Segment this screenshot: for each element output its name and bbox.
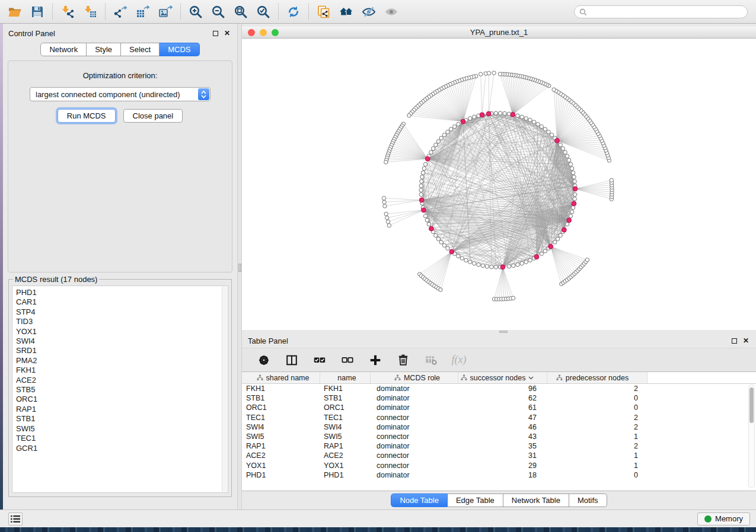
- cell-predecessor_nodes[interactable]: 2: [547, 423, 647, 431]
- cell-mcds_role[interactable]: connector: [371, 414, 458, 422]
- cell-name[interactable]: STB1: [320, 394, 371, 402]
- graph-node[interactable]: [543, 249, 547, 253]
- cell-predecessor_nodes[interactable]: 1: [547, 462, 647, 470]
- mcds-result-item[interactable]: STB1: [16, 414, 228, 424]
- graph-node[interactable]: [553, 241, 557, 244]
- cell-successor_nodes[interactable]: 47: [458, 414, 547, 422]
- cell-mcds_role[interactable]: connector: [371, 451, 458, 460]
- graph-node[interactable]: [561, 147, 564, 150]
- graph-node[interactable]: [543, 127, 547, 131]
- delete-table-button[interactable]: [423, 352, 439, 368]
- cell-name[interactable]: RAP1: [320, 442, 371, 450]
- mcds-result-item[interactable]: SWI5: [16, 424, 228, 434]
- graph-node[interactable]: [532, 120, 536, 124]
- graph-node[interactable]: [571, 206, 575, 209]
- close-panel-icon[interactable]: ✕: [743, 338, 749, 344]
- graph-node[interactable]: [520, 261, 524, 265]
- mcds-result-item[interactable]: PHD1: [16, 288, 228, 297]
- graph-node[interactable]: [442, 133, 446, 137]
- graph-node[interactable]: [559, 233, 562, 237]
- graph-node[interactable]: [487, 71, 490, 75]
- graph-node[interactable]: [566, 222, 569, 226]
- cell-name[interactable]: YOX1: [320, 462, 371, 470]
- cell-shared_name[interactable]: TEC1: [242, 414, 320, 422]
- tab-style[interactable]: Style: [87, 43, 121, 56]
- cell-successor_nodes[interactable]: 96: [458, 384, 547, 393]
- graph-node[interactable]: [431, 147, 435, 150]
- graph-node[interactable]: [494, 265, 497, 269]
- zoom-selected-button[interactable]: [254, 3, 272, 21]
- table-row[interactable]: RAP1RAP1dominator352: [242, 441, 756, 451]
- table-row[interactable]: SWI5SWI5connector431: [242, 432, 756, 441]
- mcds-hub-node[interactable]: [555, 139, 560, 143]
- cell-name[interactable]: ORC1: [320, 403, 371, 412]
- tab-edge-table[interactable]: Edge Table: [448, 493, 503, 507]
- graph-node[interactable]: [460, 257, 464, 260]
- export-network-button[interactable]: [111, 3, 129, 21]
- cell-mcds_role[interactable]: dominator: [371, 471, 458, 479]
- graph-node[interactable]: [570, 166, 574, 170]
- mcds-hub-node[interactable]: [573, 187, 578, 191]
- tab-node-table[interactable]: Node Table: [391, 493, 448, 507]
- graph-node[interactable]: [512, 264, 515, 267]
- graph-node[interactable]: [559, 143, 562, 146]
- graph-node[interactable]: [585, 258, 589, 261]
- table-scrollbar-thumb[interactable]: [749, 387, 754, 423]
- mcds-result-item[interactable]: TID3: [16, 317, 228, 326]
- graph-node[interactable]: [567, 158, 571, 162]
- graph-node[interactable]: [485, 265, 489, 268]
- graph-node[interactable]: [439, 288, 442, 291]
- cell-shared_name[interactable]: PHD1: [242, 471, 320, 479]
- graph-node[interactable]: [464, 258, 468, 262]
- cell-mcds_role[interactable]: connector: [371, 432, 458, 441]
- deselect-all-button[interactable]: [340, 352, 355, 368]
- graph-node[interactable]: [516, 263, 519, 267]
- graph-node[interactable]: [419, 188, 423, 192]
- export-table-button[interactable]: [134, 3, 152, 21]
- mcds-result-item[interactable]: ORC1: [16, 395, 228, 404]
- table-row[interactable]: FKH1FKH1dominator962: [242, 384, 756, 393]
- cell-shared_name[interactable]: FKH1: [242, 384, 320, 393]
- graph-node[interactable]: [507, 265, 511, 268]
- graph-node[interactable]: [384, 161, 388, 164]
- cell-predecessor_nodes[interactable]: 2: [547, 442, 647, 450]
- graph-node[interactable]: [457, 254, 460, 258]
- zoom-fit-button[interactable]: [232, 3, 250, 21]
- mcds-hub-node[interactable]: [562, 227, 567, 232]
- window-close-icon[interactable]: [248, 29, 255, 36]
- mcds-result-item[interactable]: CAR1: [16, 297, 228, 307]
- graph-node[interactable]: [383, 204, 387, 208]
- splitter-grip[interactable]: [499, 331, 508, 333]
- float-panel-icon[interactable]: [213, 31, 218, 36]
- copy-network-button[interactable]: [315, 3, 333, 21]
- graph-node[interactable]: [550, 133, 553, 137]
- open-file-button[interactable]: [6, 3, 24, 21]
- graph-node[interactable]: [449, 127, 452, 131]
- mcds-result-item[interactable]: SWI4: [16, 336, 228, 346]
- table-row[interactable]: ACE2ACE2connector311: [242, 451, 756, 460]
- cell-mcds_role[interactable]: dominator: [371, 442, 458, 450]
- mcds-hub-node[interactable]: [480, 113, 484, 117]
- close-panel-icon[interactable]: ✕: [224, 30, 230, 36]
- cell-successor_nodes[interactable]: 46: [458, 423, 547, 431]
- graph-node[interactable]: [473, 261, 476, 265]
- graph-node[interactable]: [481, 264, 484, 267]
- window-zoom-icon[interactable]: [272, 29, 279, 36]
- show-all-button[interactable]: [382, 3, 400, 21]
- close-panel-button[interactable]: Close panel: [123, 109, 183, 123]
- graph-node[interactable]: [524, 117, 528, 120]
- table-scrollbar[interactable]: [748, 384, 755, 488]
- graph-node[interactable]: [420, 175, 424, 179]
- column-header-name[interactable]: name: [320, 372, 371, 384]
- delete-row-button[interactable]: [395, 352, 411, 368]
- tab-motifs[interactable]: Motifs: [569, 493, 607, 507]
- graph-node[interactable]: [442, 243, 446, 247]
- result-list-scrollbar[interactable]: [222, 287, 227, 492]
- mcds-hub-node[interactable]: [534, 255, 539, 259]
- network-canvas[interactable]: [242, 39, 756, 330]
- graph-node[interactable]: [436, 237, 440, 241]
- export-image-button[interactable]: [157, 3, 174, 21]
- cell-successor_nodes[interactable]: 18: [458, 471, 547, 479]
- cell-shared_name[interactable]: STB1: [242, 394, 320, 402]
- graph-node[interactable]: [528, 258, 532, 262]
